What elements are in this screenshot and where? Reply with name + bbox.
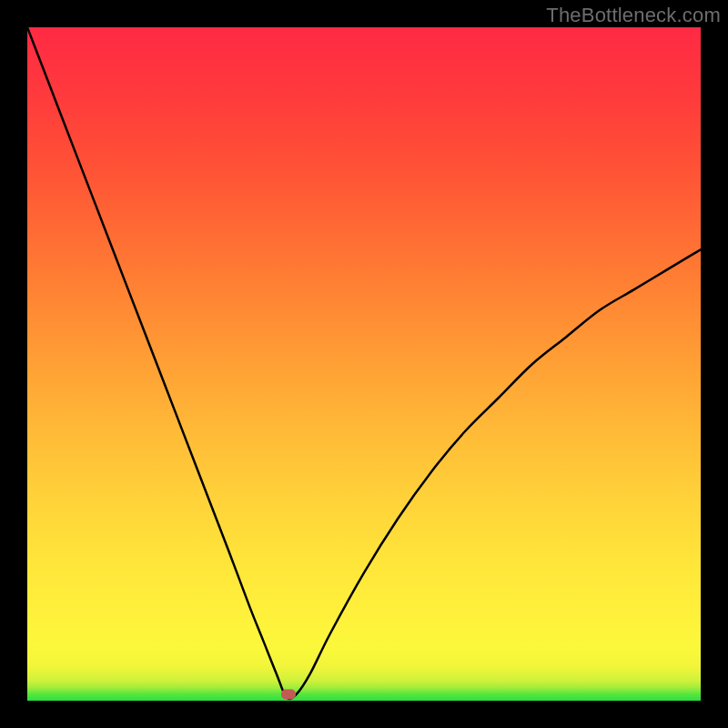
watermark-text: TheBottleneck.com (546, 4, 721, 27)
bottleneck-curve-path (27, 27, 701, 699)
curve-svg (27, 27, 701, 701)
plot-area (27, 27, 701, 701)
chart-frame: TheBottleneck.com (0, 0, 728, 728)
optimum-marker (281, 689, 296, 699)
